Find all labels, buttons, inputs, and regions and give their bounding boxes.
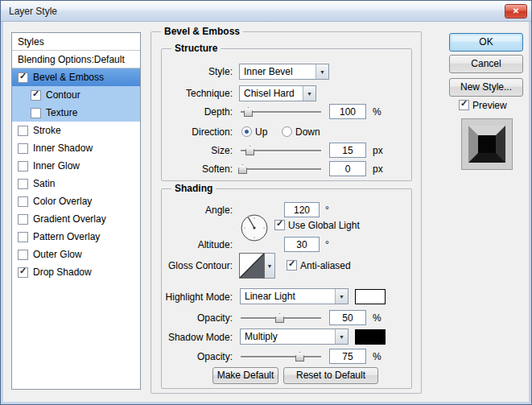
shadow-mode-select[interactable]: Multiply ▼ <box>240 329 348 345</box>
size-unit: px <box>373 145 383 156</box>
sidebar-item-styles[interactable]: Styles <box>12 33 140 51</box>
highlight-opacity-slider[interactable] <box>241 312 321 324</box>
soften-unit: px <box>373 163 383 175</box>
angle-unit: ° <box>325 205 329 216</box>
altitude-unit: ° <box>325 239 329 250</box>
sidebar-item-stroke[interactable]: Stroke <box>12 122 140 139</box>
direction-down-label: Down <box>295 126 320 138</box>
size-slider[interactable] <box>241 145 321 156</box>
depth-unit: % <box>373 106 381 118</box>
direction-up-label: Up <box>255 126 267 138</box>
contour-thumbnail <box>239 253 265 279</box>
sidebar-item-inner-glow[interactable]: Inner Glow <box>12 157 140 175</box>
size-label: Size: <box>160 145 233 156</box>
soften-input[interactable] <box>329 161 366 176</box>
size-input[interactable] <box>329 143 366 158</box>
sidebar-item-gradient-overlay[interactable]: Gradient Overlay <box>12 210 140 228</box>
style-enabled-checkbox[interactable] <box>18 161 28 172</box>
gloss-contour-picker[interactable]: ▼ <box>239 253 275 279</box>
soften-label: Soften: <box>160 163 233 175</box>
check-icon: ✓ <box>19 71 27 81</box>
altitude-label: Altitude: <box>160 239 233 250</box>
highlight-mode-select[interactable]: Linear Light ▼ <box>240 288 348 304</box>
altitude-input[interactable] <box>284 237 320 252</box>
cancel-button[interactable]: Cancel <box>449 55 523 73</box>
shadow-opacity-unit: % <box>373 351 381 362</box>
check-icon: ✓ <box>19 266 27 276</box>
style-enabled-checkbox[interactable] <box>18 214 28 225</box>
sidebar-item-drop-shadow[interactable]: ✓ Drop Shadow <box>12 263 140 281</box>
direction-up-radio[interactable] <box>241 126 252 137</box>
sidebar-item-pattern-overlay[interactable]: Pattern Overlay <box>12 228 140 246</box>
style-enabled-checkbox[interactable]: ✓ <box>18 72 28 83</box>
slider-track[interactable] <box>241 356 321 357</box>
slider-thumb[interactable] <box>295 352 304 362</box>
style-enabled-checkbox[interactable] <box>18 143 28 154</box>
angle-input[interactable] <box>284 202 320 217</box>
sidebar-item-satin[interactable]: Satin <box>12 175 140 192</box>
anti-aliased-label: Anti-aliased <box>300 260 351 271</box>
slider-thumb[interactable] <box>245 146 254 155</box>
depth-slider[interactable] <box>241 106 321 118</box>
new-style-button[interactable]: New Style... <box>449 78 523 97</box>
chevron-down-icon: ▼ <box>335 329 348 344</box>
angle-dial[interactable] <box>239 213 270 243</box>
highlight-mode-label: Highlight Mode: <box>160 291 233 303</box>
direction-down-radio[interactable] <box>282 126 292 137</box>
layer-style-dialog: Layer Style ✕ Styles Blending Options:De… <box>0 0 532 405</box>
sidebar-item-contour[interactable]: ✓ Contour <box>12 86 140 104</box>
shadow-opacity-label: Opacity: <box>160 351 233 362</box>
sidebar-item-blending-options[interactable]: Blending Options:Default <box>12 51 140 68</box>
close-button[interactable]: ✕ <box>505 4 527 19</box>
check-icon: ✓ <box>32 89 39 99</box>
slider-thumb[interactable] <box>275 313 284 323</box>
technique-select[interactable]: Chisel Hard ▼ <box>239 85 316 101</box>
style-enabled-checkbox[interactable] <box>31 108 41 118</box>
structure-legend: Structure <box>171 43 221 54</box>
check-icon: ✓ <box>276 218 283 229</box>
slider-track[interactable] <box>241 111 321 113</box>
title-bar[interactable]: Layer Style <box>1 1 531 22</box>
highlight-opacity-input[interactable] <box>329 310 366 325</box>
style-enabled-checkbox[interactable] <box>18 126 28 136</box>
style-enabled-checkbox[interactable]: ✓ <box>31 90 41 101</box>
sidebar-item-texture[interactable]: Texture <box>12 104 140 122</box>
angle-label: Angle: <box>160 205 233 216</box>
gloss-contour-label: Gloss Contour: <box>160 260 233 271</box>
sidebar-item-inner-shadow[interactable]: Inner Shadow <box>12 139 140 157</box>
style-enabled-checkbox[interactable]: ✓ <box>18 267 28 278</box>
shadow-color-swatch[interactable] <box>355 329 386 345</box>
style-enabled-checkbox[interactable] <box>18 232 28 242</box>
use-global-light-checkbox[interactable]: ✓ <box>274 220 285 230</box>
sidebar-item-outer-glow[interactable]: Outer Glow <box>12 246 140 263</box>
window-title: Layer Style <box>9 6 57 17</box>
style-enabled-checkbox[interactable] <box>18 179 28 189</box>
check-icon: ✓ <box>460 98 468 109</box>
chevron-down-icon: ▼ <box>315 64 328 79</box>
make-default-button[interactable]: Make Default <box>212 367 278 384</box>
preview-checkbox[interactable]: ✓ <box>459 100 469 110</box>
depth-input[interactable] <box>329 104 366 119</box>
technique-label: Technique: <box>160 88 233 99</box>
style-select[interactable]: Inner Bevel ▼ <box>239 64 329 80</box>
shadow-opacity-slider[interactable] <box>241 351 321 362</box>
highlight-opacity-label: Opacity: <box>160 312 233 324</box>
reset-to-default-button[interactable]: Reset to Default <box>283 367 378 384</box>
slider-thumb[interactable] <box>244 107 253 117</box>
sidebar-item-bevel-emboss[interactable]: ✓ Bevel & Emboss <box>12 68 140 86</box>
style-preview-thumbnail <box>461 118 513 170</box>
style-enabled-checkbox[interactable] <box>18 196 28 207</box>
sidebar-item-color-overlay[interactable]: Color Overlay <box>12 192 140 210</box>
highlight-opacity-unit: % <box>373 312 381 324</box>
shadow-opacity-input[interactable] <box>329 349 366 364</box>
anti-aliased-checkbox[interactable]: ✓ <box>287 260 297 271</box>
style-label: Style: <box>160 66 233 77</box>
direction-label: Direction: <box>160 126 233 138</box>
soften-slider[interactable] <box>241 163 321 175</box>
slider-track[interactable] <box>241 168 321 170</box>
shadow-mode-label: Shadow Mode: <box>160 332 233 343</box>
ok-button[interactable]: OK <box>449 33 523 52</box>
highlight-color-swatch[interactable] <box>355 289 386 304</box>
style-enabled-checkbox[interactable] <box>18 250 28 260</box>
chevron-down-icon: ▼ <box>265 253 275 279</box>
